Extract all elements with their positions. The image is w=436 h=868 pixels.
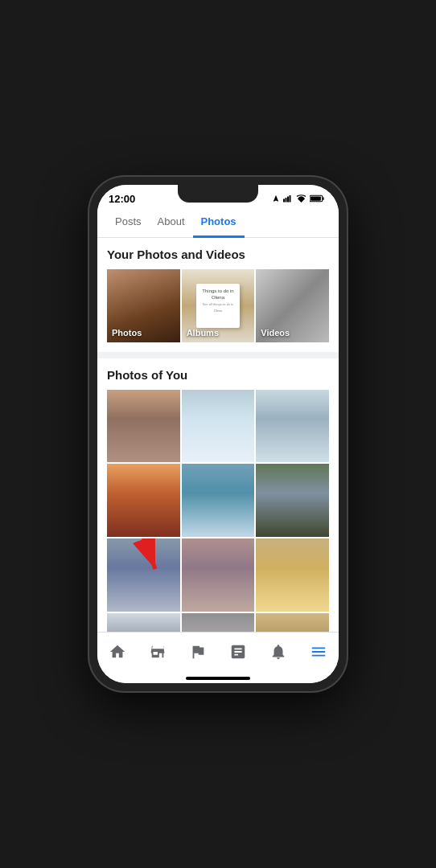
poy-cell-11[interactable] <box>182 613 255 632</box>
your-photos-section: Your Photos and Videos Photos Things to … <box>97 238 339 352</box>
red-arrow <box>131 538 179 579</box>
poy-cell-12[interactable] <box>256 613 329 632</box>
nav-store[interactable] <box>138 633 178 670</box>
videos-cell[interactable]: Videos <box>256 269 329 342</box>
battery-icon <box>310 194 324 203</box>
home-icon <box>109 643 126 661</box>
poy-cell-2[interactable] <box>182 390 255 463</box>
nav-home[interactable] <box>97 633 138 670</box>
tab-photos[interactable]: Photos <box>193 207 245 238</box>
svg-rect-2 <box>287 197 289 203</box>
poy-cell-10[interactable] <box>107 613 180 632</box>
svg-rect-6 <box>311 196 321 200</box>
menu-icon <box>310 643 327 661</box>
store-icon <box>149 643 167 661</box>
signal-icon <box>283 194 293 203</box>
svg-rect-5 <box>323 197 324 200</box>
bell-icon <box>269 643 287 661</box>
photos-of-you-section: Photos of You <box>97 358 339 632</box>
nav-bell[interactable] <box>258 633 298 670</box>
poy-cell-5[interactable] <box>182 464 255 537</box>
poy-cell-7[interactable] <box>107 538 180 612</box>
bottom-nav <box>97 632 339 674</box>
tab-posts[interactable]: Posts <box>107 207 150 238</box>
news-icon <box>229 643 247 661</box>
content-area[interactable]: Posts About Photos Your Photos and Video… <box>97 207 339 632</box>
poy-cell-9[interactable] <box>256 538 329 612</box>
poy-cell-1[interactable] <box>107 390 180 463</box>
albums-label: Albums <box>187 328 219 338</box>
poy-cell-4[interactable] <box>107 464 180 537</box>
nav-flag[interactable] <box>178 633 218 670</box>
videos-label: Videos <box>261 328 290 338</box>
poy-cell-6[interactable] <box>256 464 329 537</box>
photos-label: Photos <box>112 328 142 338</box>
nav-menu[interactable] <box>298 633 339 670</box>
photos-cell[interactable]: Photos <box>107 269 180 342</box>
svg-rect-0 <box>283 199 285 203</box>
home-indicator <box>97 674 339 683</box>
svg-rect-1 <box>286 198 287 203</box>
albums-cell[interactable]: Things to do in OlenaSee all things-to-d… <box>182 269 255 342</box>
poy-cell-3[interactable] <box>256 390 329 463</box>
photos-of-you-grid <box>107 390 329 632</box>
notch <box>178 185 258 203</box>
svg-rect-3 <box>290 195 291 203</box>
wifi-icon <box>296 194 306 203</box>
poy-cell-8[interactable] <box>182 538 255 612</box>
phone-frame: 12:00 <box>89 177 347 691</box>
your-photos-title: Your Photos and Videos <box>107 248 329 261</box>
your-photos-grid: Photos Things to do in OlenaSee all thin… <box>107 269 329 342</box>
tab-about[interactable]: About <box>150 207 193 238</box>
location-icon <box>272 194 280 203</box>
nav-news[interactable] <box>218 633 258 670</box>
home-bar <box>186 677 250 680</box>
svg-line-8 <box>139 538 155 569</box>
photos-of-you-title: Photos of You <box>107 368 329 382</box>
status-time: 12:00 <box>109 193 135 205</box>
tabs-bar: Posts About Photos <box>97 207 339 238</box>
status-icons <box>272 194 324 203</box>
flag-icon <box>189 643 207 661</box>
